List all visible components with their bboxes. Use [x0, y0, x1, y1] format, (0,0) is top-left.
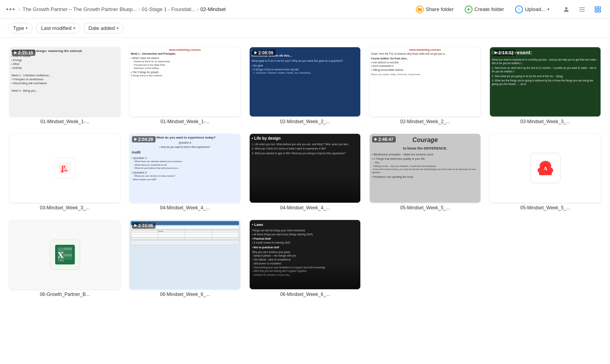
svg-rect-4 [595, 7, 597, 9]
thumbnail-7: • What do you want to experience today? … [130, 134, 240, 203]
svg-rect-20 [64, 257, 72, 260]
date-added-filter[interactable]: Date added ▾ [83, 23, 124, 33]
item-label-3: 02-Mindset_Week_2_... [250, 119, 360, 124]
duration-badge-5: 2:10:32 [492, 50, 516, 56]
item-label-10: 05-Mindset_Week_5_... [490, 205, 601, 211]
file-grid: Week 1 - Life by design: mastering the e… [0, 38, 610, 307]
item-label-11: 06-Growth_Partner_B... [9, 292, 120, 297]
person-icon-button[interactable] [560, 4, 572, 15]
item-label-5: 03-Mindset_Week_3_... [490, 119, 601, 124]
svg-rect-18 [64, 251, 72, 253]
breadcrumb-item-2[interactable]: 01-Stage 1 - Foundati... [142, 6, 196, 12]
window-controls [6, 8, 15, 10]
thumbnail-3: browser toolbar Intentional beliefs fill… [250, 47, 360, 116]
breadcrumb-item-1[interactable]: The Growth Partner – The Growth Partner … [22, 6, 137, 12]
list-item[interactable]: A A 05-Mindset_Week_5_... [488, 132, 602, 212]
last-modified-filter[interactable]: Last modified ▾ [36, 23, 80, 33]
upload-chevron: ▾ [547, 7, 549, 11]
duration-badge-7: 2:04:28 [132, 136, 156, 142]
svg-text:A: A [543, 166, 547, 172]
duration-badge-1: 2:15:10 [12, 50, 35, 56]
thumbnail-8: • Life by design 1. Life when you live: … [250, 134, 360, 203]
folder-icon [416, 6, 424, 13]
svg-rect-17 [64, 248, 72, 250]
upload-button[interactable]: ↑ Upload... ▾ [512, 4, 553, 15]
type-filter[interactable]: Type ▾ [8, 23, 33, 33]
list-item[interactable]: • Laws Things can tell the things your m… [248, 218, 362, 299]
thumbnail-9: Courage to know the DIFFERENCE. • Mindfu… [370, 134, 480, 203]
duration-badge-9: 2:48:47 [372, 136, 396, 142]
thumbnail-13: • Laws Things can tell the things your m… [250, 220, 360, 289]
create-folder-button[interactable]: + Create folder [462, 4, 507, 15]
share-folder-button[interactable]: Share folder [413, 4, 457, 15]
thumbnail-10: A A [490, 134, 601, 203]
last-modified-chevron: ▾ [73, 26, 75, 30]
date-added-label: Date added [89, 25, 115, 31]
list-item[interactable]: Back to present: What you want to experi… [488, 46, 602, 126]
list-item[interactable]: www.marketing.courses Week 1 – Introduct… [128, 46, 242, 126]
duration-badge-3: 2:08:09 [252, 50, 276, 56]
breadcrumb-arrow-1: › [19, 6, 20, 12]
grid-view-button[interactable] [592, 4, 604, 15]
breadcrumb-sep-2: › [197, 6, 199, 12]
create-folder-label: Create folder [475, 6, 504, 12]
type-filter-label: Type [13, 25, 24, 31]
list-view-button[interactable] [576, 4, 588, 15]
item-label-12: 06-Mindset_Week_6_... [130, 292, 240, 297]
list-item[interactable]: browser toolbar Intentional beliefs fill… [248, 46, 362, 126]
breadcrumb-item-3[interactable]: 02-Mindset [200, 6, 226, 12]
toolbar-actions: Share folder + Create folder ↑ Upload...… [413, 4, 604, 15]
item-label-9: 05-Mindset_Week_5_... [370, 205, 480, 211]
thumbnail-4: www.marketing.courses Goals: from the F1… [370, 47, 480, 116]
list-item[interactable]: • Life by design 1. Life when you live: … [248, 132, 362, 212]
top-bar: › The Growth Partner – The Growth Partne… [0, 0, 610, 19]
share-folder-label: Share folder [426, 6, 454, 12]
thumbnail-11: X [9, 220, 120, 289]
view-controls [560, 4, 604, 15]
list-item[interactable]: Week 1 - Life by design: mastering the e… [8, 46, 122, 126]
item-label-6: 03-Mindset_Week_3_... [9, 205, 120, 211]
item-label-8: 04-Mindset_Week_4_... [250, 205, 360, 211]
last-modified-label: Last modified [41, 25, 71, 31]
svg-rect-19 [64, 254, 72, 257]
create-folder-icon: + [465, 6, 473, 13]
list-item[interactable]: 03-Mindset_Week_3_... [8, 132, 122, 212]
svg-point-0 [565, 7, 567, 9]
thumbnail-6 [9, 134, 120, 203]
thumbnail-5: Back to present: What you want to experi… [490, 47, 601, 116]
item-label-4: 02-Mindset_Week_2_... [370, 119, 480, 124]
svg-rect-5 [599, 7, 601, 9]
item-label-1: 01-Mindset_Week_1-... [9, 119, 120, 124]
thumbnail-2: www.marketing.courses Week 1 – Introduct… [130, 47, 240, 116]
list-item[interactable]: www.marketing.courses Goals: from the F1… [368, 46, 482, 126]
thumbnail-12: 🔵🔵🔵 File Edit View A B C D E Growth [130, 220, 240, 289]
item-label-7: 04-Mindset_Week_4_... [130, 205, 240, 211]
upload-icon: ↑ [515, 6, 523, 13]
svg-rect-7 [599, 10, 601, 12]
svg-rect-6 [595, 10, 597, 12]
duration-badge-12: 2:33:06 [132, 222, 156, 229]
list-item[interactable]: 🔵🔵🔵 File Edit View A B C D E Growth [128, 218, 242, 299]
upload-label: Upload... [525, 6, 545, 12]
list-item[interactable]: X 06-Growth_Partner_B... [8, 218, 122, 299]
type-filter-chevron: ▾ [26, 26, 28, 30]
thumbnail-1: Week 1 - Life by design: mastering the e… [9, 47, 120, 116]
svg-text:X: X [57, 250, 64, 260]
list-item[interactable]: • What do you want to experience today? … [128, 132, 242, 212]
list-item[interactable]: Courage to know the DIFFERENCE. • Mindfu… [368, 132, 482, 212]
breadcrumb-sep-1: › [139, 6, 140, 12]
date-added-chevron: ▾ [117, 26, 119, 30]
filter-bar: Type ▾ Last modified ▾ Date added ▾ [0, 19, 610, 38]
item-label-13: 06-Mindset_Week_6_... [250, 292, 360, 297]
item-label-2: 01-Mindset_Week_1-... [130, 119, 240, 124]
breadcrumb: The Growth Partner – The Growth Partner … [22, 6, 410, 12]
